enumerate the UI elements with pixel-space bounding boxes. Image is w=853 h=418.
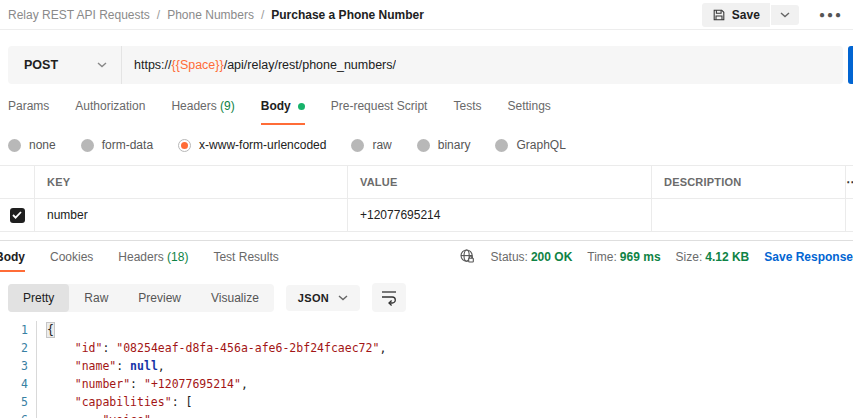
- breadcrumb-current: Purchase a Phone Number: [271, 8, 424, 22]
- line-number: 2: [0, 339, 28, 357]
- body-mode-binary[interactable]: binary: [417, 138, 471, 152]
- column-header-description: DESCRIPTION: [652, 166, 846, 198]
- tab-label: Test Results: [213, 250, 278, 264]
- radio-icon: [178, 139, 191, 152]
- line-number: 6: [0, 411, 28, 418]
- tab-count: (9): [217, 99, 235, 113]
- line-number: 4: [0, 375, 28, 393]
- time-badge: Time:969 ms: [587, 250, 660, 264]
- table-row: number+12077695214: [0, 199, 853, 232]
- description-cell[interactable]: [652, 199, 846, 231]
- body-mode-options: noneform-datax-www-form-urlencodedrawbin…: [0, 138, 853, 152]
- breadcrumb-separator: /: [261, 8, 264, 22]
- body-mode-form-data[interactable]: form-data: [81, 138, 153, 152]
- network-info-icon[interactable]: [459, 248, 476, 265]
- value-cell[interactable]: +12077695214: [348, 199, 652, 231]
- view-tab-raw[interactable]: Raw: [69, 284, 123, 312]
- response-tab-body[interactable]: Body: [0, 241, 25, 272]
- format-label: JSON: [298, 292, 329, 304]
- method-label: POST: [24, 58, 58, 72]
- select-all-cell: [0, 166, 35, 198]
- response-tab-headers[interactable]: Headers (18): [118, 241, 188, 272]
- response-tab-test-results[interactable]: Test Results: [213, 241, 278, 272]
- tab-settings[interactable]: Settings: [507, 99, 550, 125]
- body-mode-none[interactable]: none: [8, 138, 56, 152]
- key-cell[interactable]: number: [35, 199, 348, 231]
- body-mode-graphql[interactable]: GraphQL: [495, 138, 565, 152]
- size-badge: Size:4.12 KB: [676, 250, 750, 264]
- tab-label: Body: [0, 250, 25, 264]
- tab-headers[interactable]: Headers (9): [171, 99, 234, 125]
- save-options-button[interactable]: [771, 5, 799, 25]
- response-body-viewer[interactable]: 123456 { "id": "08254eaf-d8fa-456a-afe6-…: [0, 321, 853, 418]
- column-header-key: KEY: [35, 166, 348, 198]
- tab-tests[interactable]: Tests: [453, 99, 481, 125]
- view-tab-pretty[interactable]: Pretty: [8, 284, 69, 312]
- body-mode-label: none: [29, 138, 56, 152]
- unsaved-changes-dot-icon: [298, 103, 305, 110]
- code-line: {: [47, 321, 853, 339]
- tab-label: Tests: [453, 99, 481, 113]
- url-bar-row: POST https://{{Space}}/api/relay/rest/ph…: [8, 46, 853, 84]
- body-mode-label: binary: [438, 138, 471, 152]
- body-mode-label: GraphQL: [516, 138, 565, 152]
- tab-body[interactable]: Body: [261, 99, 305, 125]
- send-button[interactable]: [848, 46, 853, 84]
- breadcrumb: Relay REST API Requests/Phone Numbers/Pu…: [8, 8, 424, 22]
- url-input[interactable]: https://{{Space}}/api/relay/rest/phone_n…: [122, 46, 396, 84]
- tab-label: Params: [8, 99, 49, 113]
- radio-icon: [81, 139, 94, 152]
- tab-label: Body: [261, 99, 291, 113]
- tab-count: (18): [164, 250, 189, 264]
- line-number: 3: [0, 357, 28, 375]
- body-mode-label: raw: [372, 138, 391, 152]
- response-tab-cookies[interactable]: Cookies: [50, 241, 93, 272]
- code-line: "id": "08254eaf-d8fa-456a-afe6-2bf24fcae…: [47, 339, 853, 357]
- table-body: number+12077695214: [0, 199, 853, 232]
- code-line: "capabilities": [: [47, 393, 853, 411]
- chevron-down-icon: [338, 295, 348, 301]
- body-mode-x-www-form-urlencoded[interactable]: x-www-form-urlencoded: [178, 138, 326, 152]
- response-format-dropdown[interactable]: JSON: [286, 285, 360, 311]
- breadcrumb-segment[interactable]: Relay REST API Requests: [8, 8, 150, 22]
- method-selector[interactable]: POST: [8, 46, 122, 84]
- url-prefix: https://: [134, 58, 172, 72]
- wrap-lines-button[interactable]: [372, 283, 406, 312]
- body-mode-raw[interactable]: raw: [351, 138, 391, 152]
- save-icon: [712, 8, 726, 22]
- url-variable: {{Space}}: [172, 58, 224, 72]
- response-view-switcher: PrettyRawPreviewVisualize: [8, 284, 274, 312]
- view-tab-visualize[interactable]: Visualize: [196, 284, 274, 312]
- tab-pre-request-script[interactable]: Pre-request Script: [331, 99, 428, 125]
- row-check-cell: [0, 199, 35, 231]
- tab-label: Settings: [507, 99, 550, 113]
- breadcrumb-segment[interactable]: Phone Numbers: [167, 8, 254, 22]
- view-tab-preview[interactable]: Preview: [123, 284, 196, 312]
- tab-label: Cookies: [50, 250, 93, 264]
- tab-params[interactable]: Params: [8, 99, 49, 125]
- more-options-button[interactable]: ●●●: [819, 9, 843, 20]
- tab-authorization[interactable]: Authorization: [75, 99, 145, 125]
- line-number: 5: [0, 393, 28, 411]
- tab-label: Headers: [171, 99, 216, 113]
- radio-icon: [495, 139, 508, 152]
- code-line: "number": "+12077695214",: [47, 375, 853, 393]
- save-button[interactable]: Save: [702, 3, 770, 27]
- topbar-actions: Save ●●●: [702, 3, 843, 27]
- code-line: "name": null,: [47, 357, 853, 375]
- tab-label: Authorization: [75, 99, 145, 113]
- response-meta: Status:200 OK Time:969 ms Size:4.12 KB S…: [459, 248, 853, 265]
- checkbox-checked[interactable]: [10, 208, 25, 223]
- tab-label: Headers: [118, 250, 163, 264]
- code-line: "voice": [47, 411, 853, 418]
- response-tabs: BodyCookiesHeaders (18)Test Results: [0, 241, 304, 272]
- row-edge-cell: [846, 199, 853, 231]
- radio-icon: [417, 139, 430, 152]
- save-button-label: Save: [732, 8, 760, 22]
- column-header-value: VALUE: [348, 166, 652, 198]
- check-icon: [12, 211, 22, 219]
- response-header: BodyCookiesHeaders (18)Test Results Stat…: [0, 241, 853, 272]
- save-response-link[interactable]: Save Response: [764, 250, 853, 264]
- body-mode-label: form-data: [102, 138, 153, 152]
- table-header-row: KEYVALUEDESCRIPTION⋯: [0, 166, 853, 199]
